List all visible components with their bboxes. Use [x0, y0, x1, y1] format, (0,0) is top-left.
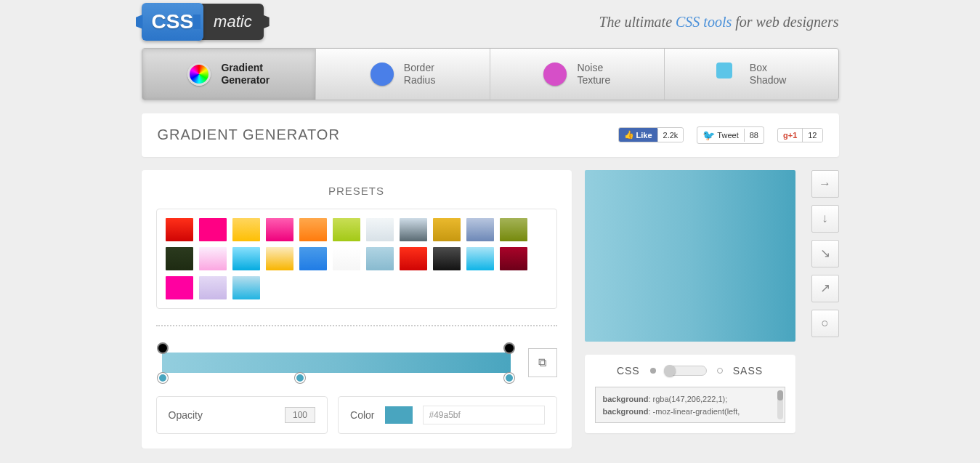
- gp-count: 12: [802, 129, 822, 142]
- gradient-preview: [585, 170, 795, 342]
- opacity-input[interactable]: [285, 407, 315, 423]
- preset-swatch-9[interactable]: [466, 218, 494, 241]
- gradient-slider-row: ⧉: [156, 342, 557, 383]
- preset-swatch-20[interactable]: [466, 247, 494, 270]
- color-stop-2[interactable]: [295, 373, 305, 383]
- preset-swatch-23[interactable]: [199, 276, 227, 299]
- border-radius-icon: [370, 63, 394, 86]
- gradient-wheel-icon: [187, 63, 211, 86]
- preset-swatch-5[interactable]: [333, 218, 360, 241]
- preset-swatch-8[interactable]: [433, 218, 461, 241]
- tab-gradient-generator[interactable]: Gradient Generator: [142, 49, 317, 100]
- direction-button-3[interactable]: ↗: [811, 275, 839, 302]
- scrollbar-thumb[interactable]: [777, 390, 783, 400]
- code-prop: background: [603, 407, 649, 416]
- tab-label: Box Shadow: [750, 62, 787, 86]
- code-format-toggle: CSS SASS: [595, 365, 785, 377]
- logo-css: CSS: [142, 3, 204, 41]
- tagline: The ultimate CSS tools for web designers: [599, 14, 838, 31]
- color-label: Color: [350, 409, 374, 421]
- css-sass-toggle[interactable]: [666, 366, 707, 376]
- dot-indicator: [717, 368, 723, 374]
- logo-matic: matic: [199, 4, 264, 40]
- tool-tabs: Gradient Generator Border Radius Noise T…: [142, 48, 839, 100]
- preset-swatch-24[interactable]: [232, 276, 260, 299]
- preview-column: CSS SASS background: rgba(147,206,222,1)…: [585, 170, 839, 433]
- color-swatch[interactable]: [385, 406, 413, 424]
- preset-swatch-3[interactable]: [266, 218, 293, 241]
- tw-count: 88: [744, 129, 764, 142]
- direction-button-1[interactable]: ↓: [811, 205, 839, 233]
- google-plus-button[interactable]: g+1 12: [777, 128, 823, 142]
- preset-swatches: [156, 209, 557, 309]
- sass-label: SASS: [733, 365, 763, 377]
- opacity-control: Opacity: [156, 396, 328, 434]
- opacity-stop-right[interactable]: [503, 342, 515, 354]
- color-stop-3[interactable]: [504, 373, 514, 383]
- tweet-button[interactable]: 🐦Tweet 88: [697, 126, 764, 144]
- color-stop-1[interactable]: [158, 373, 168, 383]
- divider: [156, 325, 557, 326]
- css-label: CSS: [617, 365, 640, 377]
- presets-heading: PRESETS: [156, 185, 557, 197]
- direction-button-4[interactable]: ○: [811, 310, 839, 337]
- tab-box-shadow[interactable]: Box Shadow: [665, 49, 838, 100]
- tagline-post: for web designers: [732, 14, 838, 30]
- preset-swatch-2[interactable]: [232, 218, 260, 241]
- preset-swatch-16[interactable]: [333, 247, 360, 270]
- swap-icon: ⧉: [538, 356, 546, 369]
- code-line: background: rgba(147,206,222,1);: [603, 393, 777, 406]
- preset-swatch-0[interactable]: [166, 218, 193, 241]
- tab-label: Gradient Generator: [221, 62, 270, 86]
- preset-swatch-14[interactable]: [266, 247, 293, 270]
- color-hex-input[interactable]: [423, 406, 545, 424]
- tagline-em: CSS tools: [676, 14, 732, 30]
- twitter-bird-icon: 🐦: [702, 129, 715, 141]
- workspace: PRESETS ⧉ Opacity: [142, 170, 839, 448]
- preset-swatch-17[interactable]: [366, 247, 394, 270]
- preset-swatch-22[interactable]: [166, 276, 193, 299]
- preset-swatch-12[interactable]: [199, 247, 227, 270]
- preset-swatch-7[interactable]: [400, 218, 427, 241]
- preset-swatch-13[interactable]: [232, 247, 260, 270]
- preset-swatch-21[interactable]: [500, 247, 527, 270]
- title-panel: GRADIENT GENERATOR 👍Like 2.2k 🐦Tweet 88 …: [142, 113, 839, 157]
- swap-stops-button[interactable]: ⧉: [528, 348, 557, 377]
- opacity-stop-left[interactable]: [157, 342, 169, 354]
- preset-swatch-6[interactable]: [366, 218, 394, 241]
- tab-label: Noise Texture: [577, 62, 610, 86]
- code-panel: CSS SASS background: rgba(147,206,222,1)…: [585, 355, 795, 433]
- gradient-slider[interactable]: [156, 342, 517, 383]
- tagline-pre: The ultimate: [599, 14, 676, 30]
- header: CSS matic The ultimate CSS tools for web…: [142, 0, 839, 48]
- tab-border-radius[interactable]: Border Radius: [316, 49, 490, 100]
- social-buttons: 👍Like 2.2k 🐦Tweet 88 g+1 12: [618, 126, 823, 144]
- dot-indicator: [650, 368, 656, 374]
- preset-swatch-19[interactable]: [433, 247, 461, 270]
- thumbs-up-icon: 👍: [624, 130, 634, 140]
- preset-swatch-4[interactable]: [299, 218, 327, 241]
- opacity-label: Opacity: [169, 409, 203, 421]
- box-shadow-icon: [716, 63, 740, 86]
- direction-button-2[interactable]: ↘: [811, 240, 839, 267]
- gradient-bar: [162, 353, 511, 373]
- preset-swatch-15[interactable]: [299, 247, 327, 270]
- preset-swatch-10[interactable]: [500, 218, 527, 241]
- direction-buttons: →↓↘↗○: [811, 170, 839, 337]
- tab-label: Border Radius: [404, 62, 436, 86]
- preset-swatch-11[interactable]: [166, 247, 193, 270]
- fb-count: 2.2k: [657, 129, 684, 142]
- preset-swatch-1[interactable]: [199, 218, 227, 241]
- direction-button-0[interactable]: →: [811, 170, 839, 198]
- logo[interactable]: CSS matic: [142, 3, 264, 41]
- control-row: Opacity Color: [156, 396, 557, 434]
- preset-swatch-18[interactable]: [400, 247, 427, 270]
- code-line: background: -moz-linear-gradient(left,: [603, 406, 777, 419]
- g-icon: g: [783, 131, 788, 140]
- code-output[interactable]: background: rgba(147,206,222,1);backgrou…: [595, 387, 785, 423]
- editor-panel: PRESETS ⧉ Opacity: [142, 170, 572, 448]
- tab-noise-texture[interactable]: Noise Texture: [490, 49, 665, 100]
- facebook-like-button[interactable]: 👍Like 2.2k: [618, 127, 684, 142]
- code-prop: background: [603, 395, 649, 403]
- color-control: Color: [338, 396, 556, 434]
